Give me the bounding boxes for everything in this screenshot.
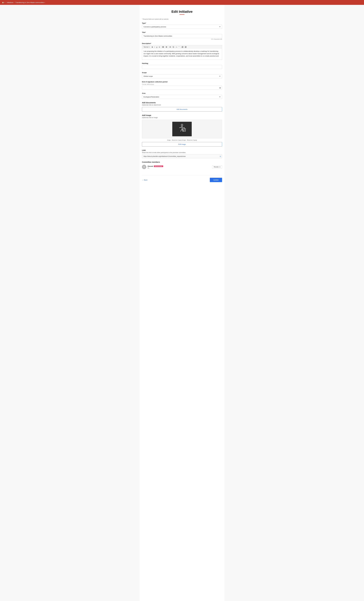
svg-rect-17 [185,46,187,47]
title-underline [180,14,184,15]
update-button[interactable]: Update [210,178,222,182]
documents-section: Add documents (Optional) Add an attachme… [142,101,222,111]
page-title: Edit Initiative [142,10,222,14]
current-page-breadcrumb[interactable]: Transitioning to Zero-Waste communities [15,1,44,3]
svg-point-0 [162,46,163,47]
svg-line-23 [182,127,184,128]
svg-rect-1 [163,46,164,47]
code-button[interactable]: <> [175,46,178,48]
type-label: Type* [142,22,222,24]
bullet-list-button[interactable] [162,46,165,48]
add-documents-button[interactable]: Add documents [142,107,222,111]
description-label: Description* [142,42,222,44]
revoke-icon: ⊙ [219,166,220,168]
svg-point-4 [162,47,163,48]
unlink-icon [173,46,174,48]
indent-button[interactable] [181,46,184,48]
svg-rect-3 [163,47,164,47]
format-chevron: ▾ [149,46,150,48]
link-section: Link Share this link to invite other par… [142,149,222,158]
trash-sign-svg [177,124,187,134]
svg-rect-15 [182,47,183,47]
hashtag-input[interactable] [142,65,222,69]
outdent-icon [185,46,187,48]
svg-rect-18 [185,47,187,47]
svg-line-13 [173,47,174,48]
member-name-row: Shevek Administrator [148,165,163,167]
home-icon: 🏠 [2,1,4,3]
footer-actions: ← Back Update [142,175,222,182]
link-button[interactable] [169,46,172,48]
back-link[interactable]: ← Back [142,179,148,181]
description-toolbar: Normal ▾ B I U S 1.2.3. <> " [142,45,222,49]
quote-button[interactable]: " [178,46,180,48]
image-preview [172,122,192,136]
avatar-initial: S [144,166,145,168]
area-label: Area [142,92,222,94]
scope-select[interactable]: Global scopeLocal scope [142,74,222,78]
image-preview-box [142,120,222,138]
format-select[interactable]: Normal ▾ [143,46,150,48]
breadcrumb-sep-2: / [14,1,15,3]
link-input[interactable] [142,154,222,158]
toolbar-sep-1 [161,46,161,48]
svg-point-2 [162,47,163,47]
underline-button[interactable]: U [156,46,158,48]
main-container: Edit Initiative * Required fields are ma… [139,5,225,601]
member-avatar: S [142,165,146,169]
revoke-label: Revoke [214,166,219,168]
documents-title: Add documents [142,101,222,104]
svg-line-24 [181,129,182,131]
member-info-left: S Shevek Administrator @_ [142,165,163,169]
ordered-list-button[interactable]: 1.2.3. [165,46,168,48]
signature-field-group: End of signature collection period Forma… [142,81,222,90]
title-label: Title* [142,31,222,33]
description-editor[interactable]: I am proposing the initiation of a parti… [142,49,222,60]
committee-section: Committee members S Shevek Administrator… [142,161,222,170]
committee-title: Committee members [142,161,222,163]
title-input[interactable] [142,34,222,38]
bold-button[interactable]: B [151,46,153,48]
bullet-list-icon [162,46,164,48]
italic-button[interactable]: I [154,46,155,48]
svg-rect-19 [185,48,187,48]
initiatives-breadcrumb[interactable]: Initiatives [7,1,13,3]
date-input-wrap: ▦ [142,86,222,90]
type-field-group: Type* Convene a participatory processCol… [142,22,222,29]
home-chevron: ▾ [4,2,5,3]
page-chevron: ▾ [44,2,45,3]
member-details: Shevek Administrator @_ [148,165,163,169]
area-select[interactable]: Ecological RestorationUrban PlanningComm… [142,95,222,99]
unlink-button[interactable] [172,46,175,48]
member-name: Shevek [148,165,153,167]
image-title: Add image [142,114,222,116]
svg-rect-16 [182,48,183,48]
svg-line-22 [179,127,182,128]
scope-label: Scope [142,72,222,73]
description-text: I am proposing the initiation of a parti… [144,50,220,57]
outdent-button[interactable] [184,46,187,48]
edit-image-button[interactable]: Edit image [142,142,222,147]
date-input[interactable] [142,86,222,90]
member-row: S Shevek Administrator @_ Revoke ⊙ [142,163,222,170]
home-link[interactable]: 🏠 ▾ [2,1,5,3]
member-handle: @_ [148,167,163,169]
image-subtitle: (Optional) Add an image [142,117,222,119]
date-format-note: Format: dd/mm/yyyy [142,83,222,85]
ordered-list-icon: 1.2.3. [165,46,167,48]
indent-icon [182,46,183,48]
admin-badge: Administrator [154,165,163,167]
svg-rect-5 [163,47,164,48]
copy-icon[interactable]: ⎘ [220,156,221,157]
link-input-wrap: ⎘ [142,154,222,158]
revoke-button[interactable]: Revoke ⊙ [212,165,222,169]
type-select[interactable]: Convene a participatory processCollabora… [142,25,222,29]
strikethrough-button[interactable]: S [158,46,160,48]
calendar-icon: ▦ [219,87,221,89]
area-field-group: Area Ecological RestorationUrban Plannin… [142,92,222,99]
char-count: 111 characters left [142,38,222,40]
svg-rect-11 [166,47,167,48]
image-caption: image - Moyenne 2.jpeg (image - Moyenne … [142,139,222,141]
hashtag-label: Hashtag [142,62,222,64]
format-label: Normal [144,46,148,48]
